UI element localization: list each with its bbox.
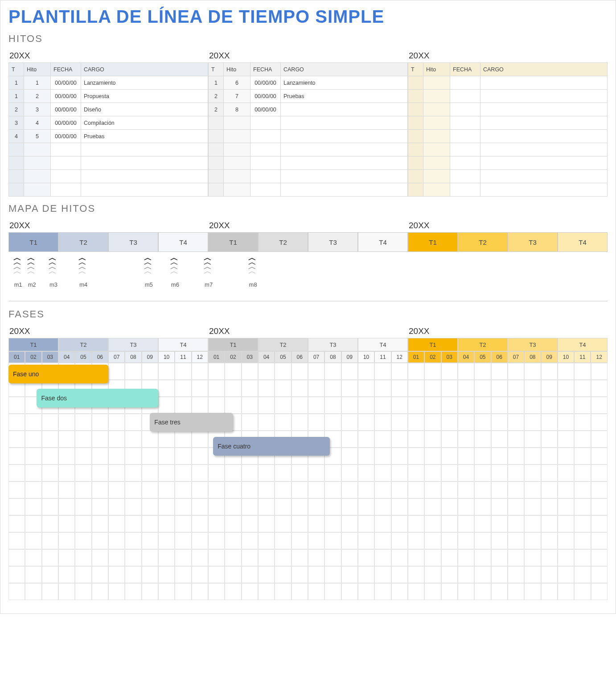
phase-bar[interactable]: Fase cuatro	[213, 437, 329, 456]
gantt-cell[interactable]	[374, 583, 391, 600]
gantt-cell[interactable]	[324, 515, 341, 532]
gantt-cell[interactable]	[175, 380, 191, 397]
gantt-cell[interactable]	[8, 583, 25, 600]
gantt-cell[interactable]	[491, 515, 508, 532]
gantt-cell[interactable]	[541, 481, 558, 498]
gantt-cell[interactable]	[374, 380, 391, 397]
gantt-cell[interactable]	[508, 465, 524, 481]
gantt-cell[interactable]	[8, 532, 25, 549]
gantt-cell[interactable]	[374, 363, 391, 380]
gantt-cell[interactable]	[591, 498, 608, 515]
gantt-cell[interactable]	[158, 515, 175, 532]
gantt-cell[interactable]	[374, 465, 391, 481]
gantt-cell[interactable]	[25, 583, 41, 600]
gantt-cell[interactable]	[524, 515, 541, 532]
gantt-cell[interactable]	[408, 481, 424, 498]
gantt-cell[interactable]	[292, 414, 308, 431]
gantt-cell[interactable]	[524, 397, 541, 414]
gantt-cell[interactable]	[158, 549, 175, 566]
gantt-cell[interactable]	[591, 583, 608, 600]
gantt-cell[interactable]	[424, 363, 441, 380]
gantt-cell[interactable]	[142, 481, 158, 498]
gantt-cell[interactable]	[75, 566, 91, 583]
gantt-cell[interactable]	[424, 465, 441, 481]
gantt-cell[interactable]	[524, 481, 541, 498]
gantt-cell[interactable]	[524, 532, 541, 549]
gantt-cell[interactable]	[374, 549, 391, 566]
gantt-cell[interactable]	[25, 448, 41, 465]
gantt-cell[interactable]	[192, 498, 208, 515]
gantt-cell[interactable]	[225, 515, 241, 532]
gantt-cell[interactable]	[75, 414, 91, 431]
gantt-cell[interactable]	[558, 431, 574, 448]
gantt-cell[interactable]	[458, 448, 474, 465]
gantt-cell[interactable]	[225, 566, 241, 583]
gantt-cell[interactable]	[408, 532, 424, 549]
gantt-cell[interactable]	[8, 498, 25, 515]
gantt-cell[interactable]	[441, 397, 458, 414]
gantt-cell[interactable]	[408, 498, 424, 515]
gantt-cell[interactable]	[341, 363, 358, 380]
gantt-cell[interactable]	[192, 380, 208, 397]
gantt-cell[interactable]	[424, 448, 441, 465]
gantt-cell[interactable]	[391, 397, 408, 414]
gantt-cell[interactable]	[524, 566, 541, 583]
gantt-cell[interactable]	[158, 465, 175, 481]
gantt-cell[interactable]	[574, 498, 591, 515]
gantt-cell[interactable]	[8, 566, 25, 583]
gantt-cell[interactable]	[242, 380, 258, 397]
gantt-cell[interactable]	[125, 481, 141, 498]
gantt-cell[interactable]	[474, 380, 491, 397]
gantt-cell[interactable]	[8, 397, 25, 414]
gantt-cell[interactable]	[158, 363, 175, 380]
gantt-cell[interactable]	[441, 414, 458, 431]
gantt-cell[interactable]	[125, 448, 141, 465]
gantt-cell[interactable]	[474, 397, 491, 414]
gantt-cell[interactable]	[75, 532, 91, 549]
gantt-cell[interactable]	[408, 465, 424, 481]
gantt-cell[interactable]	[508, 380, 524, 397]
gantt-cell[interactable]	[258, 566, 275, 583]
gantt-cell[interactable]	[125, 566, 141, 583]
gantt-cell[interactable]	[591, 481, 608, 498]
gantt-cell[interactable]	[474, 515, 491, 532]
gantt-cell[interactable]	[75, 481, 91, 498]
gantt-cell[interactable]	[142, 498, 158, 515]
table-row[interactable]	[408, 143, 608, 156]
gantt-cell[interactable]	[474, 498, 491, 515]
gantt-cell[interactable]	[524, 448, 541, 465]
gantt-cell[interactable]	[208, 363, 225, 380]
gantt-cell[interactable]	[374, 532, 391, 549]
gantt-cell[interactable]	[258, 583, 275, 600]
gantt-cell[interactable]	[408, 566, 424, 583]
gantt-cell[interactable]	[591, 566, 608, 583]
gantt-cell[interactable]	[441, 583, 458, 600]
gantt-cell[interactable]	[591, 380, 608, 397]
gantt-cell[interactable]	[8, 549, 25, 566]
gantt-cell[interactable]	[275, 363, 291, 380]
gantt-cell[interactable]	[8, 448, 25, 465]
gantt-cell[interactable]	[408, 583, 424, 600]
gantt-cell[interactable]	[275, 515, 291, 532]
table-row[interactable]	[209, 130, 408, 143]
gantt-cell[interactable]	[108, 515, 125, 532]
gantt-cell[interactable]	[142, 431, 158, 448]
gantt-cell[interactable]	[142, 532, 158, 549]
gantt-cell[interactable]	[208, 566, 225, 583]
gantt-cell[interactable]	[574, 532, 591, 549]
gantt-cell[interactable]	[292, 549, 308, 566]
gantt-cell[interactable]	[308, 583, 324, 600]
gantt-cell[interactable]	[424, 549, 441, 566]
gantt-cell[interactable]	[175, 465, 191, 481]
gantt-cell[interactable]	[508, 481, 524, 498]
table-row[interactable]	[209, 116, 408, 130]
gantt-cell[interactable]	[258, 465, 275, 481]
gantt-cell[interactable]	[108, 414, 125, 431]
gantt-cell[interactable]	[541, 498, 558, 515]
gantt-cell[interactable]	[441, 465, 458, 481]
gantt-cell[interactable]	[458, 583, 474, 600]
gantt-cell[interactable]	[192, 465, 208, 481]
gantt-cell[interactable]	[341, 448, 358, 465]
gantt-cell[interactable]	[208, 380, 225, 397]
gantt-cell[interactable]	[558, 532, 574, 549]
